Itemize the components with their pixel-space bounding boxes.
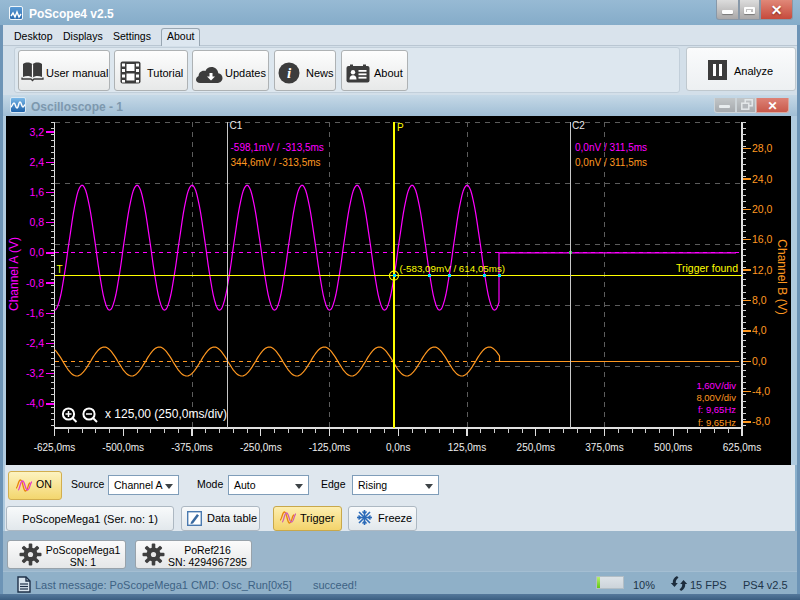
svg-text:0,8: 0,8 [29, 216, 44, 228]
svg-text:-500,0ms: -500,0ms [102, 442, 144, 453]
svg-text:-125,0ms: -125,0ms [309, 442, 351, 453]
svg-text:(-583,09mV / 614,05ms): (-583,09mV / 614,05ms) [400, 263, 506, 274]
svg-text:x 125,00 (250,0ms/div): x 125,00 (250,0ms/div) [105, 407, 227, 421]
svg-text:28,0: 28,0 [752, 142, 773, 154]
svg-text:1,6: 1,6 [29, 186, 44, 198]
svg-text:f: 9,65Hz: f: 9,65Hz [698, 417, 736, 428]
svg-text:-625,0ms: -625,0ms [34, 442, 76, 453]
svg-text:375,0ms: 375,0ms [585, 442, 623, 453]
svg-text:125,0ms: 125,0ms [448, 442, 486, 453]
svg-text:-375,0ms: -375,0ms [171, 442, 213, 453]
svg-text:-0,8: -0,8 [26, 277, 44, 289]
svg-text:12,0: 12,0 [752, 264, 773, 276]
svg-text:T: T [57, 264, 63, 275]
svg-text:4,0: 4,0 [752, 324, 767, 336]
svg-text:-598,1mV / -313,5ms: -598,1mV / -313,5ms [231, 142, 324, 153]
svg-text:1,60V/div: 1,60V/div [696, 380, 736, 391]
svg-text:P: P [397, 122, 404, 133]
svg-text:-1,6: -1,6 [26, 307, 44, 319]
svg-text:625,0ms: 625,0ms [723, 442, 761, 453]
svg-text:2,4: 2,4 [29, 156, 44, 168]
svg-text:Trigger found: Trigger found [676, 262, 738, 274]
svg-text:-250,0ms: -250,0ms [240, 442, 282, 453]
svg-text:16,0: 16,0 [752, 233, 773, 245]
svg-text:8,0: 8,0 [752, 294, 767, 306]
svg-text:0,0nV / 311,5ms: 0,0nV / 311,5ms [575, 157, 647, 168]
svg-text:-2,4: -2,4 [26, 337, 44, 349]
svg-text:0,0: 0,0 [29, 246, 44, 258]
svg-text:0,0ns: 0,0ns [386, 442, 410, 453]
svg-text:20,0: 20,0 [752, 203, 773, 215]
svg-text:C2: C2 [572, 120, 585, 131]
svg-text:-4,0: -4,0 [752, 385, 770, 397]
svg-text:8,00V/div: 8,00V/div [696, 392, 736, 403]
svg-text:250,0ms: 250,0ms [517, 442, 555, 453]
svg-text:-8,0: -8,0 [752, 415, 770, 427]
svg-text:500,0ms: 500,0ms [654, 442, 692, 453]
svg-text:Channel B (V): Channel B (V) [775, 239, 789, 314]
svg-text:24,0: 24,0 [752, 173, 773, 185]
svg-text:f: 9,65Hz: f: 9,65Hz [698, 404, 736, 415]
svg-text:C1: C1 [230, 120, 243, 131]
svg-text:-3,2: -3,2 [26, 367, 44, 379]
svg-text:0,0nV / 311,5ms: 0,0nV / 311,5ms [575, 142, 647, 153]
svg-text:Channel A (V): Channel A (V) [7, 237, 21, 311]
svg-text:3,2: 3,2 [29, 126, 44, 138]
svg-text:0,0: 0,0 [752, 355, 767, 367]
svg-text:-4,0: -4,0 [26, 397, 44, 409]
svg-text:344,6mV / -313,5ms: 344,6mV / -313,5ms [231, 157, 321, 168]
